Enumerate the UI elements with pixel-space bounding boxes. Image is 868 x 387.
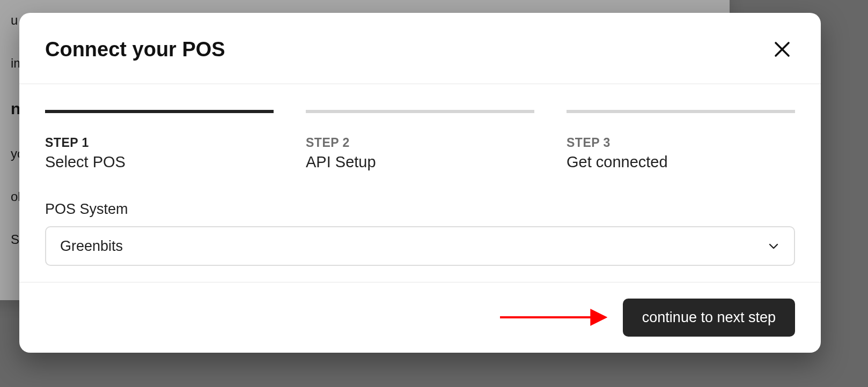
connect-pos-modal: Connect your POS STEP 1 Select POS STEP … (19, 13, 821, 353)
step-kicker: STEP 2 (306, 136, 534, 150)
step-title: API Setup (306, 153, 534, 171)
close-icon (773, 40, 792, 59)
modal-body: STEP 1 Select POS STEP 2 API Setup STEP … (19, 84, 821, 282)
step-3: STEP 3 Get connected (567, 110, 795, 171)
chevron-down-icon (767, 240, 780, 252)
pos-system-field: POS System Greenbits (45, 201, 795, 266)
continue-button[interactable]: continue to next step (623, 299, 795, 337)
modal-footer: continue to next step (19, 282, 821, 353)
step-kicker: STEP 1 (45, 136, 274, 150)
step-bar (306, 110, 534, 113)
step-1: STEP 1 Select POS (45, 110, 274, 171)
stepper: STEP 1 Select POS STEP 2 API Setup STEP … (45, 84, 795, 171)
step-bar (45, 110, 274, 113)
modal-header: Connect your POS (19, 13, 821, 84)
modal-title: Connect your POS (45, 38, 225, 61)
pos-system-select[interactable]: Greenbits (45, 226, 795, 266)
pos-system-label: POS System (45, 201, 795, 218)
close-button[interactable] (769, 36, 795, 62)
step-kicker: STEP 3 (567, 136, 795, 150)
pos-system-value: Greenbits (60, 238, 767, 255)
step-2: STEP 2 API Setup (306, 110, 534, 171)
step-title: Select POS (45, 153, 274, 171)
step-bar (567, 110, 795, 113)
step-title: Get connected (567, 153, 795, 171)
